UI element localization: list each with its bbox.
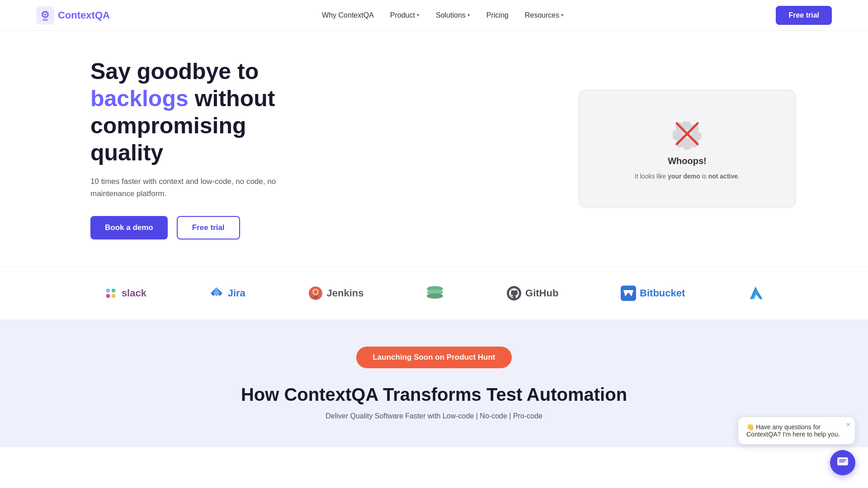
logo-jira: Jira <box>209 286 245 301</box>
logos-section: slack Jira Jenkins GitHub <box>0 267 868 319</box>
hero-buttons: Book a demo Free trial <box>90 216 316 239</box>
chat-message: 👋 Have any questions for ContextQA? I'm … <box>746 423 840 438</box>
bottom-title: How ContextQA Transforms Test Automation <box>9 385 859 405</box>
logo-bitbucket: Bitbucket <box>621 286 685 301</box>
jenkins-icon <box>308 286 323 301</box>
logo[interactable]: ContextQA <box>36 6 110 24</box>
svg-rect-16 <box>313 296 318 298</box>
svg-rect-21 <box>621 286 636 301</box>
github-icon <box>506 286 522 301</box>
logo-icon <box>36 6 54 24</box>
chevron-down-icon: ▾ <box>467 12 470 18</box>
azure-icon <box>747 286 764 301</box>
logo-jenkins: Jenkins <box>308 286 364 301</box>
svg-rect-2 <box>42 19 48 21</box>
hero-title: Say goodbye to backlogs without compromi… <box>90 58 316 166</box>
stackhawk-icon <box>426 285 444 301</box>
whoops-title: Whoops! <box>668 156 707 166</box>
nav-solutions[interactable]: Solutions ▾ <box>436 11 470 19</box>
chevron-down-icon: ▾ <box>417 12 420 18</box>
book-demo-button[interactable]: Book a demo <box>90 216 168 239</box>
hero-free-trial-button[interactable]: Free trial <box>177 216 240 239</box>
svg-point-4 <box>44 14 46 15</box>
chat-close-button[interactable]: × <box>846 421 850 429</box>
nav-free-trial-button[interactable]: Free trial <box>776 6 832 25</box>
logo-text: ContextQA <box>58 9 110 21</box>
navbar: ContextQA Why ContextQA Product ▾ Soluti… <box>0 0 868 31</box>
chevron-down-icon: ▾ <box>561 12 564 18</box>
nav-pricing[interactable]: Pricing <box>486 11 509 19</box>
logo-azure <box>747 286 764 301</box>
hero-subtitle: 10 times faster with context and low-cod… <box>90 175 289 200</box>
svg-point-19 <box>427 293 443 299</box>
svg-point-20 <box>507 286 521 300</box>
svg-rect-10 <box>112 289 115 292</box>
bottom-subtitle: Deliver Quality Software Faster with Low… <box>9 412 859 420</box>
logo-github: GitHub <box>506 286 558 301</box>
logo-slack: slack <box>104 286 146 300</box>
svg-point-15 <box>314 290 317 294</box>
nav-links: Why ContextQA Product ▾ Solutions ▾ Pric… <box>322 11 564 19</box>
chat-widget: × 👋 Have any questions for ContextQA? I'… <box>738 417 855 447</box>
svg-rect-12 <box>112 294 115 298</box>
logo-stackhawk <box>426 285 444 301</box>
demo-card-icon <box>671 118 703 150</box>
bitbucket-icon <box>621 286 636 301</box>
nav-resources[interactable]: Resources ▾ <box>525 11 564 19</box>
svg-rect-9 <box>106 289 110 292</box>
cross-icon <box>671 118 703 150</box>
jira-icon <box>209 286 224 301</box>
hero-content: Say goodbye to backlogs without compromi… <box>90 58 316 239</box>
hero-section: Say goodbye to backlogs without compromi… <box>0 31 868 267</box>
slack-icon <box>104 286 118 300</box>
whoops-subtitle: It looks like your demo is not active. <box>635 173 740 180</box>
svg-rect-11 <box>106 294 110 298</box>
product-hunt-button[interactable]: Launching Soon on Product Hunt <box>356 347 511 368</box>
chat-bubble: × 👋 Have any questions for ContextQA? I'… <box>738 417 855 445</box>
nav-product[interactable]: Product ▾ <box>390 11 420 19</box>
nav-why-contextqa[interactable]: Why ContextQA <box>322 11 374 19</box>
demo-card: Whoops! It looks like your demo is not a… <box>579 90 796 207</box>
